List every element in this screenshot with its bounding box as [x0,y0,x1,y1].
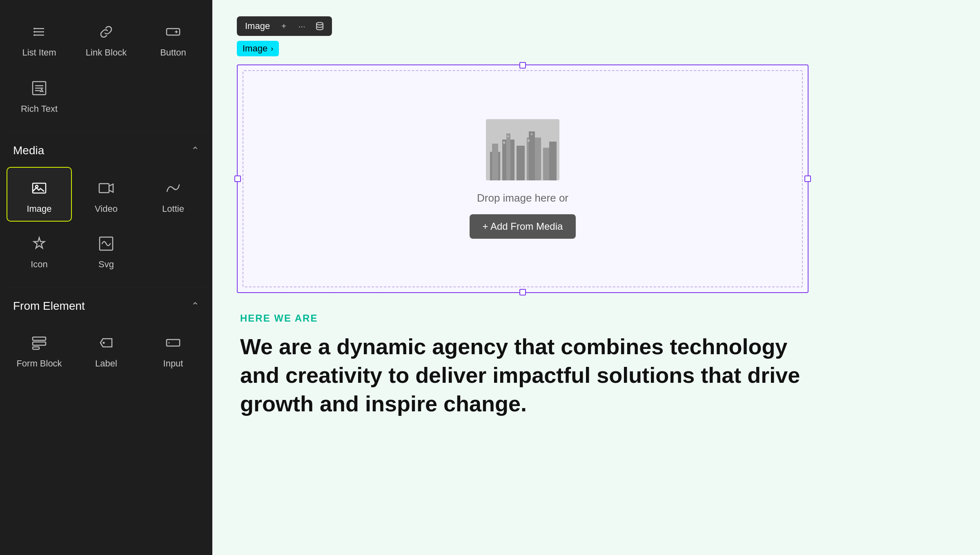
from-element-grid: Form Block Label [0,319,212,382]
resize-handle-left[interactable] [234,175,241,182]
sidebar-item-svg[interactable]: Svg [74,223,139,276]
link-icon [96,21,117,42]
from-element-section-title: From Element [13,300,85,313]
sidebar-item-label: Svg [98,259,114,270]
basic-elements-row: List Item Link Block Button [0,8,212,68]
divider-2 [7,288,206,288]
toolbar-label: Image [241,19,274,33]
svg-rect-36 [531,133,532,135]
svg-rect-30 [529,131,535,180]
sidebar-item-label: Link Block [86,47,127,58]
media-chevron-icon: ⌃ [191,145,199,156]
sidebar-item-video[interactable]: Video [74,167,139,222]
svg-rect-32 [549,142,557,180]
input-icon [163,332,184,353]
sidebar-item-label-el[interactable]: Label [74,322,139,375]
sidebar: List Item Link Block Button [0,0,212,555]
svg-rect-27 [506,133,510,180]
section-eyebrow: HERE WE ARE [240,313,952,324]
image-icon [29,178,50,199]
from-element-chevron-icon: ⌃ [191,300,199,312]
toolbar-add-button[interactable]: + [276,19,292,33]
image-drop-inner: Drop image here or + Add From Media [243,70,803,287]
svg-point-13 [36,185,38,188]
canvas-text-area: HERE WE ARE We are a dynamic agency that… [237,313,956,418]
icon-icon [29,233,50,254]
sidebar-item-label: Rich Text [21,104,58,114]
svg-point-19 [103,342,105,344]
list-icon [29,21,50,42]
svg-rect-34 [507,135,509,137]
resize-handle-top[interactable] [519,62,526,69]
sidebar-item-label: Input [163,358,183,369]
form-block-icon [29,332,50,353]
placeholder-image [486,119,559,180]
sidebar-item-rich-text[interactable]: Rich Text [7,68,72,121]
add-from-media-button[interactable]: + Add From Media [470,214,576,239]
resize-handle-right[interactable] [804,175,811,182]
media-section: Media ⌃ Image [0,138,212,283]
rich-text-icon [29,78,50,99]
svg-point-3 [33,28,35,29]
sidebar-item-label: Button [160,47,186,58]
svg-rect-17 [33,342,46,345]
sidebar-item-icon[interactable]: Icon [7,223,72,276]
sidebar-item-label: Video [95,204,118,214]
sidebar-item-link-block[interactable]: Link Block [74,11,139,64]
svg-point-22 [316,22,323,25]
sidebar-item-image[interactable]: Image [7,167,72,222]
sidebar-item-label: Lottie [162,204,184,214]
toolbar-db-button[interactable] [312,19,328,33]
sidebar-item-form-block[interactable]: Form Block [7,322,72,375]
toolbar-more-button[interactable]: ··· [294,19,310,33]
from-element-section-header[interactable]: From Element ⌃ [0,293,212,319]
resize-handle-bottom[interactable] [519,289,526,295]
image-dropzone[interactable]: Drop image here or + Add From Media [237,64,808,293]
sidebar-item-input[interactable]: Input [140,322,206,375]
label-icon [96,332,117,353]
media-section-header[interactable]: Media ⌃ [0,138,212,164]
breadcrumb[interactable]: Image › [237,41,279,56]
breadcrumb-label: Image [243,43,267,54]
svg-point-4 [33,31,35,33]
sidebar-item-list-item[interactable]: List Item [7,11,72,64]
from-element-section: From Element ⌃ Form Block [0,293,212,382]
button-icon [163,21,184,42]
sidebar-item-lottie[interactable]: Lottie [140,167,206,222]
svg-icon [96,233,117,254]
breadcrumb-chevron-icon: › [271,44,273,53]
canvas-area: Image + ··· Image › [212,0,980,555]
svg-rect-33 [503,142,505,144]
rich-text-row: Rich Text [0,68,212,127]
element-toolbar: Image + ··· [237,16,332,36]
svg-rect-18 [33,347,39,349]
drop-text: Drop image here or [477,192,568,204]
svg-rect-25 [492,144,498,180]
svg-rect-28 [517,146,525,180]
media-section-title: Media [13,144,44,157]
sidebar-item-label: List Item [22,47,56,58]
main-heading: We are a dynamic agency that combines te… [240,332,812,418]
divider [7,132,206,133]
video-icon [96,178,117,199]
sidebar-item-label: Label [95,358,117,369]
sidebar-item-label: Form Block [16,358,62,369]
svg-rect-35 [528,140,530,142]
sidebar-item-label: Icon [31,259,48,270]
lottie-icon [163,178,184,199]
media-elements-grid: Image Video Lottie [0,164,212,283]
svg-rect-14 [99,184,109,193]
svg-point-5 [33,34,35,36]
sidebar-item-label: Image [27,204,51,214]
svg-rect-16 [33,337,46,340]
sidebar-item-button[interactable]: Button [140,11,206,64]
